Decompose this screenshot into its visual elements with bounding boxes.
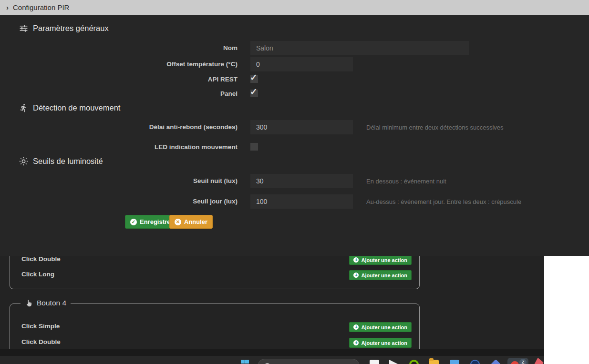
runner-icon [19, 103, 28, 112]
file-explorer-icon[interactable] [429, 360, 439, 364]
add-action-button[interactable]: + Ajouter une action [349, 255, 412, 265]
section-title: Seuils de luminosité [33, 157, 103, 166]
cancel-label: Annuler [184, 218, 207, 225]
click-type-label: Click Double [21, 255, 61, 263]
section-luminosity: Seuils de luminosité [19, 157, 103, 166]
day-hint: Au-dessus : événement jour. Entre les de… [366, 198, 521, 206]
plus-circle-icon: + [353, 324, 359, 330]
section-motion: Détection de mouvement [19, 103, 120, 112]
taskbar: Z [0, 356, 544, 364]
section-title: Paramètres généraux [33, 24, 109, 33]
night-label: Seuil nuit (lux) [86, 177, 238, 185]
save-label: Enregistrer [140, 218, 173, 225]
diamond-app-icon[interactable] [491, 359, 501, 364]
plus-circle-icon: + [353, 273, 359, 278]
panel-checkbox[interactable]: ✓ [250, 90, 258, 97]
pink-app-icon[interactable] [534, 358, 544, 364]
notification-badge: Z [519, 359, 527, 364]
debounce-label: Délai anti-rebond (secondes) [86, 123, 238, 131]
nom-value: Salon [256, 44, 273, 52]
check-icon: ✓ [250, 86, 258, 97]
config-panel: Paramètres généraux Nom Salon Offset tem… [0, 15, 589, 256]
text-caret [274, 44, 274, 52]
sun-icon [19, 157, 28, 166]
check-circle-icon: ✓ [130, 219, 137, 225]
click-type-label: Click Long [21, 271, 54, 278]
click-type-label: Click Double [21, 338, 61, 345]
night-input[interactable] [250, 174, 353, 188]
section-general: Paramètres généraux [19, 24, 109, 33]
add-action-button[interactable]: + Ajouter une action [349, 270, 412, 280]
x-circle-icon: ✕ [175, 219, 181, 225]
check-icon: ✓ [250, 72, 258, 83]
blue-app-icon[interactable] [450, 360, 459, 364]
night-hint: En dessous : événement nuit [366, 178, 446, 185]
click-type-label: Click Simple [21, 323, 60, 330]
led-label: LED indication mouvement [86, 143, 238, 151]
day-label: Seuil jour (lux) [86, 198, 238, 205]
panel-label: Panel [86, 90, 238, 98]
add-action-button[interactable]: + Ajouter une action [349, 322, 412, 332]
page-title: Configuration PIR [13, 3, 69, 11]
nvidia-icon[interactable] [409, 360, 419, 364]
add-action-label: Ajouter une action [361, 257, 407, 263]
offset-input[interactable] [250, 57, 353, 71]
section-title: Détection de mouvement [33, 103, 120, 112]
api-rest-label: API REST [86, 76, 238, 83]
notepad-icon[interactable] [370, 360, 379, 364]
navy-app-icon[interactable] [470, 360, 480, 364]
add-action-button[interactable]: + Ajouter une action [349, 338, 412, 348]
nom-input[interactable]: Salon [250, 41, 469, 55]
windows-start-icon[interactable] [241, 360, 249, 364]
api-rest-checkbox[interactable]: ✓ [250, 75, 258, 83]
cancel-button[interactable]: ✕ Annuler [169, 215, 213, 229]
chevron-right-icon: › [6, 4, 9, 11]
sliders-icon [19, 24, 28, 33]
screen: › Configuration PIR Click Double + Ajout… [0, 0, 589, 364]
plus-circle-icon: + [353, 340, 359, 345]
add-action-label: Ajouter une action [361, 340, 407, 346]
debounce-hint: Délai minimum entre deux détections succ… [366, 124, 504, 131]
add-action-label: Ajouter une action [361, 273, 407, 278]
taskbar-search[interactable] [258, 359, 360, 364]
red-app-badge-icon[interactable]: Z [507, 358, 528, 364]
debounce-input[interactable] [250, 120, 353, 134]
red-app-icon [511, 361, 519, 364]
offset-label: Offset température (°C) [86, 61, 238, 68]
window-bottom-edge [0, 349, 544, 356]
hand-pointer-icon [25, 299, 32, 307]
white-region [544, 256, 589, 364]
led-checkbox[interactable]: ✓ [250, 143, 258, 151]
group-title: Bouton 4 [37, 299, 66, 307]
send-icon[interactable] [389, 360, 398, 364]
breadcrumb[interactable]: › Configuration PIR [0, 0, 589, 15]
plus-circle-icon: + [353, 257, 359, 263]
day-input[interactable] [250, 194, 353, 209]
button-group-4-legend: Bouton 4 [21, 299, 71, 307]
add-action-label: Ajouter une action [361, 324, 407, 330]
nom-label: Nom [86, 44, 238, 52]
